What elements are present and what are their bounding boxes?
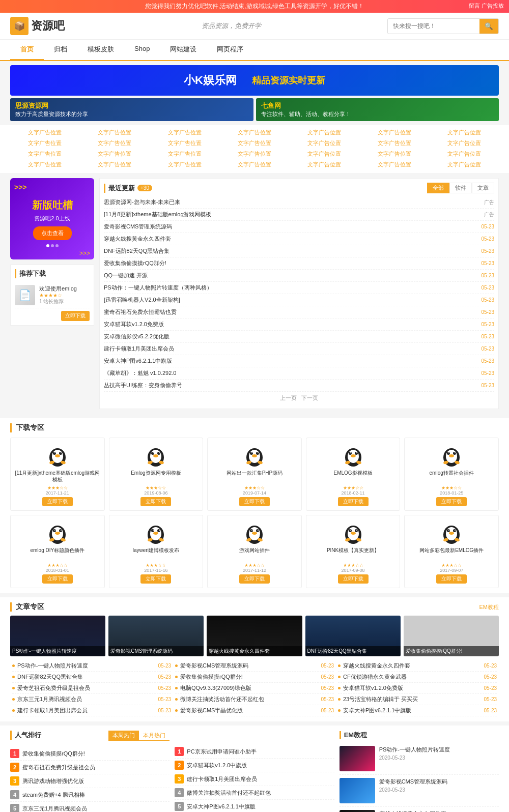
article-list-title[interactable]: 爱奇影视CMS半晶优化版: [180, 707, 319, 714]
recent-tab-article[interactable]: 文章: [472, 183, 494, 193]
nav-item-templates[interactable]: 模板皮肤: [77, 40, 124, 60]
article-list-title[interactable]: 23号活宝特格的编辑于 买买买: [343, 695, 482, 703]
search-button[interactable]: 🔍: [479, 19, 498, 34]
ad-cell[interactable]: 文字广告位置: [360, 160, 429, 169]
article-list-title[interactable]: 爱奇影视CMS管理系统源码: [180, 662, 319, 670]
popular-tab-month[interactable]: 本月热门: [139, 731, 169, 741]
ad-cell[interactable]: 文字广告位置: [290, 128, 359, 137]
ad-cell[interactable]: 文字广告位置: [10, 160, 79, 169]
promo-button[interactable]: 点击查看: [33, 226, 72, 240]
recent-item-title[interactable]: [迅雷召唤机器人V2.0全新架构]: [104, 296, 478, 304]
ad-cell[interactable]: 文字广告位置: [220, 138, 289, 148]
ad-cell[interactable]: 文字广告位置: [290, 149, 359, 159]
nav-item-shop[interactable]: Shop: [124, 40, 160, 60]
recent-item-title[interactable]: [11月8更新]xtheme基础版emlog游戏网模板: [104, 211, 482, 218]
ad-cell[interactable]: 文字广告位置: [360, 149, 429, 159]
article-more-link[interactable]: EM教程: [479, 603, 499, 611]
download-btn[interactable]: 立即下载: [42, 497, 73, 506]
article-list-title[interactable]: 爱收集偷偷摸摸rQQ群分!: [180, 673, 319, 681]
download-btn[interactable]: 立即下载: [140, 497, 171, 506]
download-btn[interactable]: 立即下载: [42, 574, 73, 584]
recent-item-title[interactable]: QQ一键加速 开源: [104, 272, 478, 279]
ad-cell[interactable]: 文字广告位置: [80, 128, 149, 137]
ad-cell[interactable]: 文字广告位置: [80, 138, 149, 148]
search-input[interactable]: [388, 19, 479, 33]
recent-item-title[interactable]: PS动作：一键人物照片转速度（两种风格）: [104, 284, 478, 292]
recent-more[interactable]: 上一页 下一页: [104, 392, 494, 404]
recent-tab-software[interactable]: 软件: [449, 183, 472, 193]
recent-item-title[interactable]: 穿越火线搜黄金永久四件套: [104, 235, 478, 243]
article-list-title[interactable]: 建行卡领取1月美团出席会员: [17, 707, 156, 714]
ad-cell[interactable]: 文字广告位置: [80, 160, 149, 169]
ad-cell[interactable]: 文字广告位置: [220, 128, 289, 137]
nav-item-webpage[interactable]: 网页程序: [207, 40, 253, 60]
ad-cell[interactable]: 文字广告位置: [150, 128, 219, 137]
recent-item-title[interactable]: 爱收集偷偷摸摸rQQ群分!: [104, 259, 478, 267]
article-thumb-2[interactable]: 爱奇影视CMS管理系统源码: [108, 616, 204, 656]
download-btn[interactable]: 立即下载: [436, 497, 467, 506]
download-btn[interactable]: 立即下载: [338, 497, 369, 506]
ad-cell[interactable]: 文字广告位置: [220, 160, 289, 169]
article-list-title[interactable]: 微博关注抽奖活动首付还不起红包: [180, 695, 319, 703]
recent-item-title[interactable]: 安卓微信影仪v5.2.2优化版: [104, 333, 478, 340]
ad-cell[interactable]: 文字广告位置: [150, 160, 219, 169]
recent-item-title[interactable]: 蜜奇石祖石免费永恒霸钻也贡: [104, 308, 478, 316]
ad-cell[interactable]: 文字广告位置: [430, 160, 499, 169]
ad-cell[interactable]: 文字广告位置: [150, 149, 219, 159]
article-list-title[interactable]: 穿越火线搜黄金永久四件套: [343, 662, 482, 670]
recommend-download-btn[interactable]: 立即下载: [61, 311, 90, 321]
recent-item-title[interactable]: 丛技高手UI练察：变身偷偷养号: [104, 382, 478, 389]
popular-tab-week[interactable]: 本周热门: [108, 731, 139, 741]
article-list-title[interactable]: CF优锁游猎永久黄金武器: [343, 673, 482, 681]
download-btn[interactable]: 立即下载: [436, 574, 467, 584]
ad-cell[interactable]: 文字广告位置: [360, 138, 429, 148]
recent-item-title[interactable]: 安卓大神P图v6.2.1.1中旗版: [104, 357, 478, 365]
sub-banner-2[interactable]: 七鱼网 专注软件、辅助、活动、教程分享！: [256, 98, 499, 121]
recent-item-title[interactable]: 安卓猫耳软v1.2.0免费版: [104, 321, 478, 328]
download-btn[interactable]: 立即下载: [239, 574, 270, 584]
logo[interactable]: 📦 资源吧: [10, 17, 65, 35]
article-list-title[interactable]: 安卓猫耳软v1.2.0免费版: [343, 684, 482, 692]
main-banner[interactable]: 小K娱乐网 精品资源实时更新: [10, 65, 499, 96]
ad-cell[interactable]: 文字广告位置: [80, 149, 149, 159]
nav-item-archive[interactable]: 归档: [44, 40, 77, 60]
article-list-title[interactable]: DNF远阶82天QQ黑钻合集: [17, 673, 156, 681]
recent-item-title[interactable]: 爱奇影视CMS管理系统源码: [104, 223, 478, 230]
ad-cell[interactable]: 文字广告位置: [360, 128, 429, 137]
recent-item-title[interactable]: DNF远阶82天QQ黑钻合集: [104, 247, 478, 255]
download-btn[interactable]: 立即下载: [338, 574, 369, 584]
article-list-title[interactable]: 安卓大神P图v6.2.1.1中旗版: [343, 707, 482, 714]
article-list-title[interactable]: 京东三元1月腾讯视频会员: [17, 695, 156, 703]
ad-cell[interactable]: 文字广告位置: [10, 138, 79, 148]
ad-cell[interactable]: 文字广告位置: [430, 128, 499, 137]
ad-cell[interactable]: 文字广告位置: [430, 138, 499, 148]
ad-cell[interactable]: 文字广告位置: [290, 138, 359, 148]
recent-tab-all[interactable]: 全部: [427, 183, 449, 193]
em-item-title[interactable]: 爱奇影视CMS管理系统源码: [379, 778, 499, 786]
ad-cell[interactable]: 文字广告位置: [290, 160, 359, 169]
em-item-title[interactable]: PS动作-一键人物照片转速度: [379, 746, 499, 753]
article-thumb-1[interactable]: PS动作-一键人物照片转速度: [10, 616, 105, 656]
ad-cell[interactable]: 文字广告位置: [220, 149, 289, 159]
nav-item-website[interactable]: 网站建设: [160, 40, 207, 60]
article-thumb-5[interactable]: 爱收集偷偷摸摸rQQ群分!: [404, 616, 499, 656]
sidebar-promo[interactable]: 新版吐槽 资源吧2.0上线 点击查看 >>>: [10, 178, 94, 259]
article-thumb-3[interactable]: 穿越火线搜黄金永久四件套: [207, 616, 302, 656]
ad-cell[interactable]: 文字广告位置: [10, 128, 79, 137]
recent-item-title[interactable]: 思源资源网-您与未来-未来已来: [104, 198, 482, 206]
recent-item-title[interactable]: 建行卡领取1月美团出席会员: [104, 345, 478, 353]
article-list-title[interactable]: PS动作-一键人物照片转速度: [17, 662, 156, 670]
nav-item-home[interactable]: 首页: [10, 40, 44, 60]
article-list-title[interactable]: 爱奇芝祖石免费升级是祖会员: [17, 684, 156, 692]
ad-cell[interactable]: 文字广告位置: [10, 149, 79, 159]
sub-banner-1[interactable]: 思源资源网 致力于高质量资源技术的分享: [10, 98, 253, 121]
top-right-links[interactable]: 留言 广告投放: [469, 2, 504, 10]
em-item-title[interactable]: 穿越火线搜黄金永久四件套: [379, 810, 499, 812]
article-list-title[interactable]: 电脑QQv9.3.3(27009)绿色版: [180, 684, 319, 692]
recent-item-title[interactable]: 《藏草胡》：魁魅 v1.0.292.0: [104, 369, 478, 377]
ad-cell[interactable]: 文字广告位置: [150, 138, 219, 148]
download-btn[interactable]: 立即下载: [239, 497, 270, 506]
ad-cell[interactable]: 文字广告位置: [430, 149, 499, 159]
article-thumb-4[interactable]: DNF远阶82天QQ黑钻合集: [305, 616, 401, 656]
download-btn[interactable]: 立即下载: [140, 574, 171, 584]
